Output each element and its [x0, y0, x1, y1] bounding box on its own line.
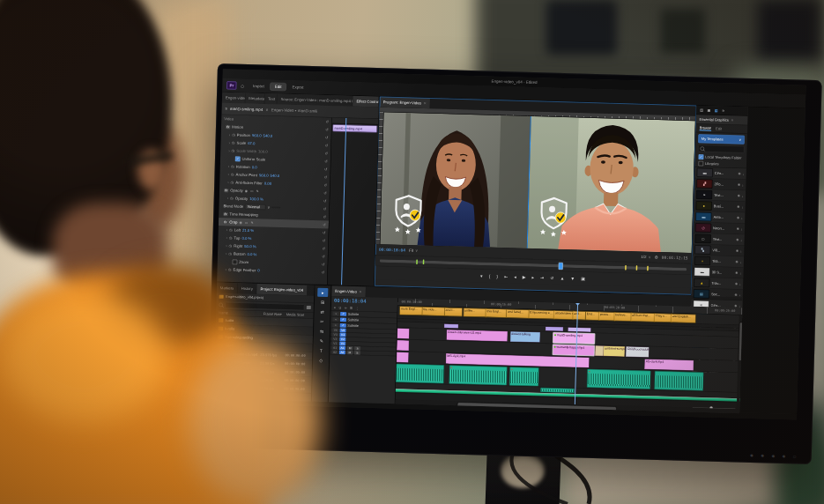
panel-tab[interactable]: History: [238, 283, 257, 294]
track-target-icon[interactable]: ✓: [340, 323, 346, 328]
reset-icon[interactable]: ↺: [323, 222, 326, 226]
app-mode-tab[interactable]: Edit: [271, 83, 286, 90]
download-icon[interactable]: ↓: [739, 271, 741, 275]
property-checkbox[interactable]: ✓: [235, 156, 241, 161]
keyframe-playhead[interactable]: [341, 118, 346, 285]
property-value-2[interactable]: 540.0: [264, 133, 273, 137]
home-icon[interactable]: ⌂: [241, 83, 244, 89]
close-icon[interactable]: ✕: [359, 290, 361, 294]
template-search-input[interactable]: [706, 146, 748, 153]
effect-keyframe-area[interactable]: manD-smiling.mp4: [327, 118, 378, 286]
track-target-box[interactable]: V1: [339, 341, 345, 345]
info-icon[interactable]: ◉: [735, 293, 738, 296]
video-clip[interactable]: Green-interview-LS.mp4: [446, 330, 508, 342]
step-back-button[interactable]: ◂: [514, 274, 516, 279]
download-icon[interactable]: ↓: [739, 282, 741, 285]
expand-chevron-icon[interactable]: ›: [229, 132, 231, 137]
add-marker-button[interactable]: ▾: [480, 273, 483, 278]
go-to-out-button[interactable]: ⇥: [540, 275, 544, 280]
property-value[interactable]: 67.0: [248, 141, 255, 145]
property-value[interactable]: 960.0: [252, 133, 262, 137]
expand-chevron-icon[interactable]: ›: [226, 235, 227, 240]
stopwatch-icon[interactable]: ◷: [229, 243, 233, 248]
expand-chevron-icon[interactable]: ›: [228, 164, 230, 168]
razor-tool[interactable]: ✂: [316, 317, 327, 326]
stopwatch-icon[interactable]: ◷: [229, 227, 233, 232]
close-icon[interactable]: ✕: [731, 118, 733, 122]
caption-clip[interactable]: and English...: [671, 314, 696, 323]
download-icon[interactable]: ↓: [741, 205, 743, 209]
list-view-icon[interactable]: ▤: [217, 393, 220, 397]
download-icon[interactable]: ↓: [741, 216, 743, 219]
ripple-edit-tool[interactable]: ⇄: [317, 308, 328, 316]
track-target-box[interactable]: A1: [339, 345, 345, 350]
info-icon[interactable]: ◉: [738, 183, 740, 187]
video-clip[interactable]: distant-talking: [510, 331, 541, 343]
icon-view-icon[interactable]: ▦: [226, 393, 229, 397]
go-to-in-button[interactable]: ⇤: [504, 274, 508, 279]
video-clip[interactable]: [397, 352, 409, 362]
eg-tab[interactable]: Edit: [716, 127, 722, 131]
extract-button[interactable]: ▼: [570, 276, 575, 281]
mask-tools-icons[interactable]: ◉ ▭ ✎: [239, 220, 254, 225]
property-checkbox[interactable]: ✓: [233, 259, 238, 264]
expand-chevron-icon[interactable]: ›: [226, 251, 227, 256]
info-icon[interactable]: ◉: [737, 216, 739, 219]
selection-tool[interactable]: ▸: [317, 288, 328, 297]
stopwatch-icon[interactable]: ◷: [228, 267, 232, 271]
fit-dropdown[interactable]: Fit ∨: [409, 248, 418, 253]
sequence-tab[interactable]: Engen-Video ✕: [331, 285, 366, 297]
stopwatch-icon[interactable]: ◷: [228, 251, 232, 256]
expand-chevron-icon[interactable]: ›: [228, 148, 230, 152]
source-assign-box[interactable]: A2: [331, 350, 338, 354]
pen-tool[interactable]: ✎: [316, 337, 327, 345]
my-templates-dropdown[interactable]: My Templates ∨: [698, 134, 745, 144]
audio-clip[interactable]: ●: [449, 365, 507, 385]
property-value[interactable]: 0.0 %: [247, 252, 256, 256]
mark-out-button[interactable]: }: [496, 274, 498, 279]
step-forward-button[interactable]: ▸: [532, 275, 535, 280]
source-assign-box[interactable]: V2: [332, 337, 338, 341]
expand-chevron-icon[interactable]: ›: [227, 196, 229, 200]
download-icon[interactable]: ↓: [740, 249, 742, 253]
panel-tab[interactable]: Markers: [217, 283, 238, 294]
track-target-icon[interactable]: ✓: [340, 317, 346, 322]
property-value[interactable]: 21.0 %: [242, 228, 254, 233]
video-clip[interactable]: ambient-songs: [604, 345, 626, 357]
new-bin-icon[interactable]: ⊞: [234, 393, 237, 397]
settings-wrench-icon[interactable]: ⚙: [655, 255, 658, 259]
slip-tool[interactable]: ⇆: [316, 327, 327, 336]
stopwatch-icon[interactable]: ◷: [231, 180, 234, 184]
workspace-icon[interactable]: ▤: [700, 108, 703, 113]
timeline-toolbar-icon[interactable]: U: [339, 306, 342, 310]
caption-clip[interactable]: Empowering e...: [529, 309, 556, 319]
export-frame-button[interactable]: ▣: [581, 276, 585, 281]
source-assign-box[interactable]: V3: [332, 332, 338, 337]
track-target-box[interactable]: V2: [339, 337, 345, 341]
track-target-icon[interactable]: ✓: [340, 312, 346, 316]
eg-tab[interactable]: Browse: [700, 126, 711, 131]
keyframe-clip-bar[interactable]: manD-smiling.mp4: [332, 124, 377, 132]
reset-icon[interactable]: ↺: [323, 230, 326, 234]
track-target-box[interactable]: V4: [340, 328, 346, 332]
play-button[interactable]: ▶: [523, 274, 526, 279]
timeline-toolbar-icon[interactable]: ≡: [334, 306, 336, 310]
track-options-icon[interactable]: ≡: [333, 312, 339, 316]
mute-button[interactable]: M: [347, 346, 353, 351]
video-clip[interactable]: womanB-happy.mp4: [553, 345, 595, 356]
caption-clip[interactable]: all from that...: [630, 313, 656, 322]
download-icon[interactable]: ↓: [742, 183, 744, 187]
property-value[interactable]: 100.0: [258, 149, 268, 153]
caption-clip[interactable]: and faced...: [506, 309, 530, 319]
new-bin-icon[interactable]: [307, 306, 311, 309]
stopwatch-icon[interactable]: ◷: [232, 140, 235, 145]
info-icon[interactable]: ◉: [737, 205, 739, 209]
source-assign-box[interactable]: V1: [332, 341, 338, 345]
stopwatch-icon[interactable]: ◷: [231, 164, 234, 168]
property-value[interactable]: 50.0 %: [244, 244, 256, 248]
column-header[interactable]: Name: [219, 311, 264, 316]
property-value-2[interactable]: 540.0: [271, 174, 280, 178]
caption-clip[interactable]: this Engl...: [486, 308, 508, 318]
property-value[interactable]: 0.00: [264, 182, 271, 186]
info-icon[interactable]: ◉: [736, 260, 739, 263]
